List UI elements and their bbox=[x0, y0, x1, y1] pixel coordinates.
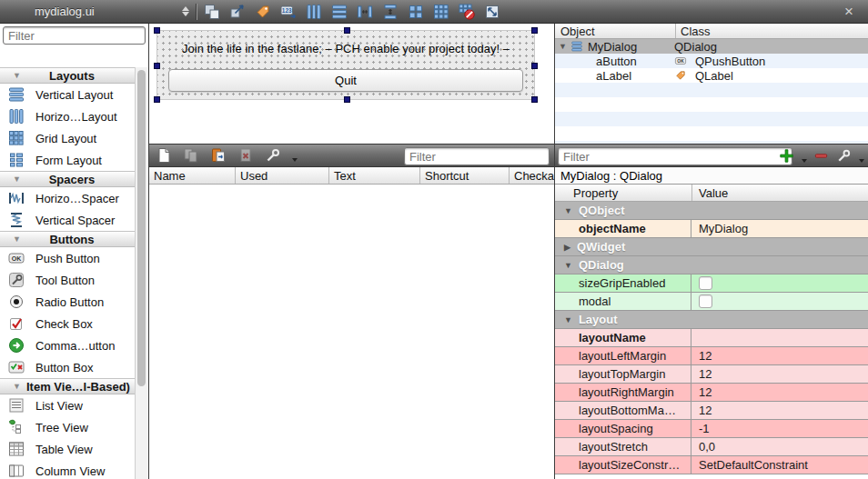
inspector-row-mydialog[interactable]: ▼MyDialogQDialog bbox=[555, 39, 868, 54]
widget-item-comma-utton[interactable]: Comma…utton bbox=[0, 334, 136, 356]
configure-property-editor-icon[interactable] bbox=[835, 147, 853, 165]
edit-widgets-icon[interactable] bbox=[203, 3, 221, 21]
lay-out-form-icon[interactable] bbox=[407, 3, 425, 21]
expand-collapse-icon[interactable]: ▶ bbox=[564, 243, 570, 252]
property-row-modal[interactable]: modal bbox=[555, 293, 868, 311]
object-column-header[interactable]: Object bbox=[555, 24, 675, 38]
property-column-header[interactable]: Property bbox=[555, 185, 691, 201]
action-column-shortcut[interactable]: Shortcut bbox=[419, 167, 509, 184]
action-column-text[interactable]: Text bbox=[328, 167, 419, 184]
property-row-layoutsizeconstr[interactable]: layoutSizeConstr…SetDefaultConstraint bbox=[555, 456, 868, 474]
resize-handle-top-center[interactable] bbox=[344, 27, 350, 34]
property-row-layoutbottomma[interactable]: layoutBottomMa…12 bbox=[555, 402, 868, 420]
expand-collapse-icon[interactable]: ▼ bbox=[564, 315, 572, 324]
widget-section-layouts[interactable]: ▼Layouts bbox=[0, 67, 136, 84]
widget-section-spacers[interactable]: ▼Spacers bbox=[0, 171, 136, 187]
widget-item-vertical-layout[interactable]: Vertical Layout bbox=[0, 84, 136, 105]
property-value[interactable]: 12 bbox=[691, 365, 868, 383]
property-value[interactable]: -1 bbox=[691, 420, 868, 437]
resize-handle-bottom-center[interactable] bbox=[344, 96, 350, 103]
property-group-qwidget[interactable]: ▶QWidget bbox=[555, 238, 868, 256]
edit-action-icon[interactable] bbox=[209, 146, 227, 165]
resize-handle-top-right[interactable] bbox=[531, 27, 538, 34]
property-row-layoutstretch[interactable]: layoutStretch0,0 bbox=[555, 438, 868, 456]
lay-out-splitter-horizontal-icon[interactable] bbox=[356, 3, 374, 21]
close-icon[interactable]: × bbox=[844, 3, 853, 21]
lay-out-vertically-icon[interactable] bbox=[330, 3, 348, 21]
resize-handle-mid-left[interactable] bbox=[154, 63, 160, 69]
new-action-icon[interactable] bbox=[155, 146, 173, 165]
widget-item-vertical-spacer[interactable]: Vertical Spacer bbox=[0, 209, 136, 231]
value-column-header[interactable]: Value bbox=[691, 185, 868, 201]
expand-collapse-icon[interactable]: ▼ bbox=[559, 42, 567, 51]
property-row-sizegripenabled[interactable]: sizeGripEnabled bbox=[555, 274, 868, 293]
pane-stepper-icon[interactable] bbox=[182, 6, 189, 16]
property-row-layouttopmargin[interactable]: layoutTopMargin12 bbox=[555, 365, 868, 384]
lay-out-splitter-vertical-icon[interactable] bbox=[381, 3, 399, 21]
inspector-row-alabel[interactable]: aLabelQLabel bbox=[555, 68, 868, 83]
property-row-layoutname[interactable]: layoutName bbox=[555, 329, 868, 347]
property-value[interactable]: 12 bbox=[691, 347, 868, 364]
widget-item-horizo-spacer[interactable]: Horizo…Spacer bbox=[0, 187, 136, 209]
expand-collapse-icon[interactable]: ▼ bbox=[564, 261, 572, 270]
edit-tab-order-icon[interactable]: 123 bbox=[279, 3, 298, 21]
property-value[interactable]: MyDialog bbox=[691, 220, 868, 237]
property-value[interactable] bbox=[691, 329, 868, 346]
property-row-layoutrightmargin[interactable]: layoutRightMargin12 bbox=[555, 384, 868, 402]
widget-item-tool-button[interactable]: Tool Button bbox=[0, 269, 136, 291]
scrollbar-thumb[interactable] bbox=[137, 70, 146, 386]
remove-dynamic-property-icon[interactable] bbox=[812, 147, 830, 165]
resize-handle-bottom-right[interactable] bbox=[531, 96, 538, 103]
widget-item-button-box[interactable]: Button Box bbox=[0, 356, 136, 378]
property-filter-input[interactable] bbox=[558, 147, 792, 165]
action-column-name[interactable]: Name bbox=[149, 167, 235, 184]
property-row-objectname[interactable]: objectNameMyDialog bbox=[555, 220, 868, 238]
widget-box-scrollbar[interactable] bbox=[135, 67, 148, 479]
break-layout-icon[interactable] bbox=[458, 3, 476, 21]
action-column-checkab[interactable]: Checkab bbox=[509, 167, 554, 184]
edit-signals-slots-icon[interactable] bbox=[228, 3, 247, 21]
widget-item-table-view[interactable]: Table View bbox=[0, 438, 136, 460]
dialog-quit-button[interactable]: Quit bbox=[168, 69, 523, 92]
action-table-body[interactable] bbox=[149, 185, 554, 479]
widget-section-buttons[interactable]: ▼Buttons bbox=[0, 231, 136, 247]
property-value[interactable]: SetDefaultConstraint bbox=[691, 456, 868, 474]
widget-item-radio-button[interactable]: Radio Button bbox=[0, 291, 136, 313]
class-column-header[interactable]: Class bbox=[675, 24, 868, 38]
widget-item-tree-view[interactable]: Tree View bbox=[0, 416, 136, 438]
widget-item-form-layout[interactable]: Form Layout bbox=[0, 149, 136, 171]
lay-out-grid-icon[interactable] bbox=[432, 3, 450, 21]
pane-splitter-left[interactable] bbox=[148, 24, 149, 479]
resize-handle-bottom-left[interactable] bbox=[154, 96, 160, 103]
property-group-qobject[interactable]: ▼QObject bbox=[555, 202, 868, 220]
designed-dialog-widget[interactable]: Join the life in the fastlane; – PCH ena… bbox=[156, 30, 535, 100]
property-value[interactable]: 12 bbox=[691, 384, 868, 401]
property-group-qdialog[interactable]: ▼QDialog bbox=[555, 256, 868, 274]
dialog-label-aLabel[interactable]: Join the life in the fastlane; – PCH ena… bbox=[168, 42, 523, 58]
property-value[interactable]: 12 bbox=[691, 402, 868, 419]
property-group-layout[interactable]: ▼Layout bbox=[555, 311, 868, 329]
expand-collapse-icon[interactable]: ▼ bbox=[564, 206, 572, 215]
inspector-row-abutton[interactable]: aButtonOKQPushButton bbox=[555, 54, 868, 68]
pane-splitter-right[interactable] bbox=[554, 24, 555, 479]
widget-section-item-vie-l-based[interactable]: ▼Item Vie…l-Based) bbox=[0, 378, 136, 394]
action-column-used[interactable]: Used bbox=[235, 167, 328, 184]
widget-item-grid-layout[interactable]: Grid Layout bbox=[0, 127, 136, 149]
adjust-size-icon[interactable] bbox=[483, 3, 501, 21]
add-dynamic-property-icon[interactable] bbox=[778, 147, 795, 165]
widget-item-list-view[interactable]: List View bbox=[0, 394, 136, 416]
property-row-layoutspacing[interactable]: layoutSpacing-1 bbox=[555, 420, 868, 438]
resize-handle-mid-right[interactable] bbox=[531, 63, 538, 69]
property-row-layoutleftmargin[interactable]: layoutLeftMargin12 bbox=[555, 347, 868, 365]
widget-item-check-box[interactable]: Check Box bbox=[0, 313, 136, 334]
widget-item-column-view[interactable]: Column View bbox=[0, 460, 136, 479]
property-value[interactable]: 0,0 bbox=[691, 438, 868, 455]
lay-out-horizontally-icon[interactable] bbox=[305, 3, 323, 21]
widget-item-horizo-layout[interactable]: Horizo…Layout bbox=[0, 105, 136, 127]
action-filter-input[interactable] bbox=[404, 147, 550, 165]
widget-item-push-button[interactable]: OKPush Button bbox=[0, 247, 136, 269]
configure-actions-icon[interactable] bbox=[264, 146, 282, 165]
widget-box-filter-input[interactable] bbox=[3, 26, 146, 45]
resize-handle-top-left[interactable] bbox=[154, 27, 160, 34]
property-checkbox[interactable] bbox=[699, 294, 712, 308]
